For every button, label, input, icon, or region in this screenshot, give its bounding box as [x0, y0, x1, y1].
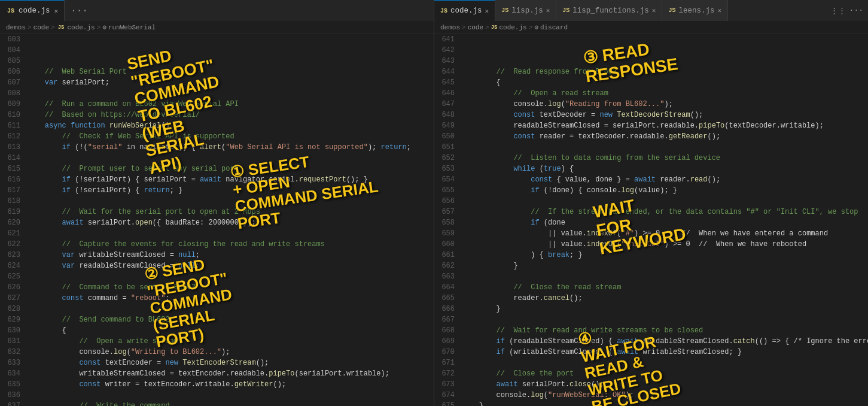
right-tab-leens-label: leens.js	[679, 7, 715, 15]
right-tab-lisp-close[interactable]: ✕	[546, 7, 550, 14]
rbc-sep1: >	[462, 24, 466, 31]
bc-js-icon: JS	[57, 25, 66, 31]
js-icon-leens: JS	[668, 7, 675, 14]
bc-sep2: >	[51, 24, 55, 31]
rbc-gear-icon: ⚙	[534, 23, 538, 31]
right-tab-row: JS code.js ✕ JS lisp.js ✕ JS lisp_functi…	[434, 0, 868, 21]
split-icon[interactable]: ⋮⋮	[830, 6, 846, 16]
right-tab-code-js[interactable]: JS code.js ✕	[434, 0, 495, 21]
right-tab-lispfn-close[interactable]: ✕	[652, 7, 656, 14]
bc-file[interactable]: code.js	[67, 24, 95, 31]
left-tab-code-js[interactable]: JS code.js ✕	[0, 0, 65, 21]
right-panel: JS code.js ✕ JS lisp.js ✕ JS lisp_functi…	[434, 0, 868, 406]
rbc-file[interactable]: code.js	[499, 24, 526, 31]
right-code-content[interactable]: // Read response from BL602 { // Open a …	[459, 34, 868, 406]
bc-code[interactable]: code	[33, 24, 49, 31]
more-icon[interactable]: ···	[849, 6, 863, 16]
app-container: JS code.js ✕ ··· demos > code > JS code.…	[0, 0, 868, 406]
rbc-sep3: >	[529, 24, 533, 31]
right-tab-leens-close[interactable]: ✕	[718, 7, 722, 14]
editor-split: JS code.js ✕ ··· demos > code > JS code.…	[0, 0, 868, 406]
bc-sep3: >	[97, 24, 101, 31]
right-breadcrumb: demos > code > JS code.js > ⚙ discard	[434, 21, 868, 34]
bc-demos[interactable]: demos	[6, 24, 26, 31]
right-code-area: 6416426436446456466476486496506516526536…	[434, 34, 868, 406]
right-tab-lisp[interactable]: JS lisp.js ✕	[495, 0, 556, 21]
js-icon-r: JS	[440, 8, 447, 14]
left-tab-row: JS code.js ✕ ···	[0, 0, 434, 21]
js-icon-lispfn: JS	[562, 7, 569, 14]
right-tab-code-label: code.js	[450, 7, 482, 15]
rbc-sep2: >	[485, 24, 489, 31]
rbc-demos[interactable]: demos	[440, 24, 460, 31]
right-tab-lispfn-label: lisp_functions.js	[572, 7, 649, 15]
left-code-area: 6036046056066076086096106116126136146156…	[0, 34, 434, 406]
bc-sep1: >	[28, 24, 32, 31]
right-tab-leens[interactable]: JS leens.js ✕	[662, 0, 728, 21]
rbc-function[interactable]: discard	[540, 24, 568, 31]
bc-function[interactable]: runWebSerial	[108, 24, 156, 31]
js-icon: JS	[6, 7, 16, 15]
left-tab-close[interactable]: ✕	[54, 7, 59, 15]
js-icon-lisp: JS	[501, 7, 508, 14]
right-line-numbers: 6416426436446456466476486496506516526536…	[434, 34, 459, 406]
right-tab-code-close[interactable]: ✕	[485, 7, 489, 15]
rbc-code[interactable]: code	[468, 24, 483, 31]
left-tab-more[interactable]: ···	[65, 0, 94, 21]
rbc-js-icon: JS	[491, 25, 498, 31]
left-tab-label: code.js	[19, 7, 50, 15]
right-tab-lisp-fn[interactable]: JS lisp_functions.js ✕	[556, 0, 662, 21]
right-tab-actions: ⋮⋮ ···	[830, 6, 868, 16]
bc-gear-icon: ⚙	[102, 23, 106, 31]
left-code-content[interactable]: // Web Serial Port var serialPort; // Ru…	[25, 34, 434, 406]
left-breadcrumb: demos > code > JS code.js > ⚙ runWebSeri…	[0, 21, 434, 34]
right-tab-lisp-label: lisp.js	[511, 7, 543, 15]
left-line-numbers: 6036046056066076086096106116126136146156…	[0, 34, 25, 406]
left-panel: JS code.js ✕ ··· demos > code > JS code.…	[0, 0, 434, 406]
